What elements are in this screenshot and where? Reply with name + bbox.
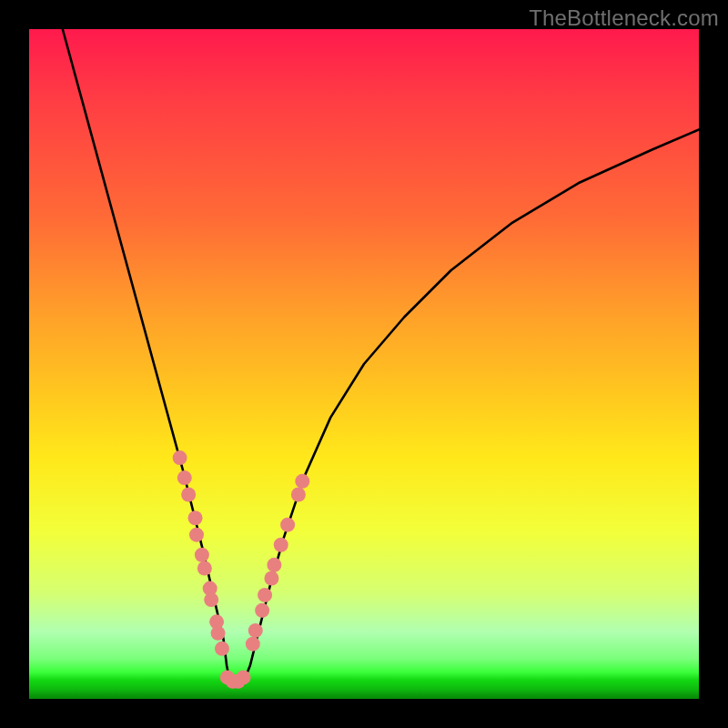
marker-dot	[211, 626, 226, 641]
watermark-text: TheBottleneck.com	[529, 5, 719, 31]
marker-dot	[189, 528, 204, 542]
marker-dot	[246, 637, 260, 652]
marker-dot	[181, 488, 196, 502]
marker-dot	[291, 488, 306, 502]
marker-dot	[173, 450, 187, 465]
marker-dot	[267, 558, 281, 572]
marker-dot	[195, 548, 209, 562]
marker-dot	[215, 642, 229, 656]
marker-dot	[280, 518, 295, 532]
chart-plot-area	[29, 29, 699, 699]
marker-dot	[248, 623, 263, 638]
curve-group	[63, 29, 699, 684]
marker-dot	[237, 670, 251, 684]
marker-dot	[197, 561, 212, 575]
marker-dot	[274, 538, 288, 552]
marker-dot	[177, 470, 192, 485]
series-bottleneck-curve	[63, 29, 699, 684]
marker-dot	[295, 474, 309, 489]
marker-dot	[258, 588, 272, 602]
marker-dot	[264, 571, 278, 586]
marker-dot	[188, 511, 203, 525]
marker-dot	[255, 603, 269, 618]
chart-frame: TheBottleneck.com	[0, 0, 728, 728]
marker-dot	[204, 592, 218, 607]
chart-svg	[29, 29, 699, 699]
marker-group	[173, 450, 310, 689]
